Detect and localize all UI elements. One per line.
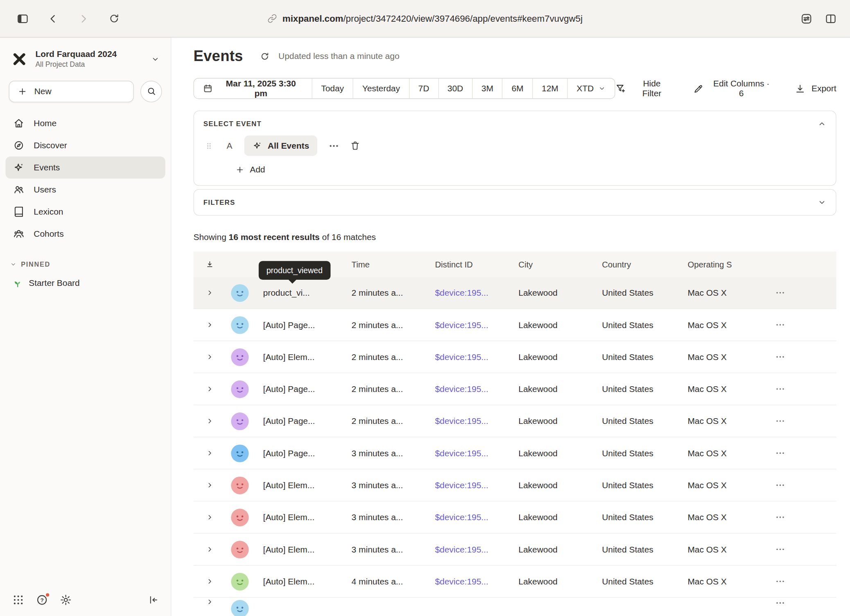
row-kebab-button[interactable] [775, 576, 786, 587]
edit-columns-button[interactable]: Edit Columns · 6 [693, 79, 773, 99]
avatar-cell [226, 380, 259, 398]
refresh-icon [260, 51, 269, 61]
city-column-header[interactable]: City [514, 260, 598, 269]
sparkle-icon [13, 162, 24, 173]
row-kebab-button[interactable] [775, 352, 786, 362]
distinct-id-link[interactable]: $device:195... [431, 512, 514, 522]
row-actions [763, 416, 836, 426]
browser-reload-button[interactable] [104, 9, 123, 28]
hide-filter-button[interactable]: Hide Filter [615, 79, 671, 99]
distinct-id-link[interactable]: $device:195... [431, 384, 514, 394]
row-kebab-button[interactable] [775, 319, 786, 330]
range-option[interactable]: XTD [568, 79, 615, 99]
row-kebab-button[interactable] [775, 544, 786, 555]
sidebar-item-home[interactable]: Home [6, 112, 165, 134]
browser-forward-button[interactable] [74, 9, 93, 28]
event-more-button[interactable] [328, 140, 339, 151]
expand-row-button[interactable] [194, 289, 226, 297]
address-bar[interactable]: mixpanel.com/project/3472420/view/397469… [267, 13, 583, 24]
delete-event-button[interactable] [350, 140, 361, 151]
time-column-header[interactable]: Time [347, 260, 431, 269]
expand-row-button[interactable] [194, 417, 226, 425]
sidebar-item-events[interactable]: Events [6, 156, 165, 179]
table-row[interactable]: [Auto] Elem... 3 minutes a... $device:19… [194, 501, 836, 533]
table-row[interactable]: [Auto] Page... 2 minutes a... $device:19… [194, 309, 836, 341]
refresh-button[interactable] [260, 51, 269, 61]
sidebar-item-starter-board[interactable]: Starter Board [6, 272, 165, 293]
collapse-all-rows-button[interactable] [194, 260, 226, 269]
expand-row-button[interactable] [194, 353, 226, 361]
expand-row-button[interactable] [194, 481, 226, 489]
link-icon [267, 14, 277, 23]
expand-filters-button[interactable] [818, 198, 827, 207]
expand-row-button[interactable] [194, 598, 226, 606]
drag-handle-icon[interactable] [205, 140, 214, 151]
table-row[interactable]: [Auto] Page... 2 minutes a... $device:19… [194, 405, 836, 437]
chevron-right-icon [206, 449, 214, 457]
range-option[interactable]: 7D [409, 79, 439, 99]
chevron-right-icon [206, 513, 214, 521]
expand-row-button[interactable] [194, 321, 226, 329]
distinct-id-link[interactable]: $device:195... [431, 448, 514, 458]
row-kebab-button[interactable] [775, 480, 786, 491]
range-option[interactable]: Yesterday [353, 79, 409, 99]
row-kebab-button[interactable] [775, 448, 786, 459]
sidebar-item-discover[interactable]: Discover [6, 134, 165, 156]
workspace-switcher[interactable]: Lord Farquaad 2024 All Project Data [6, 44, 165, 74]
country-column-header[interactable]: Country [597, 260, 683, 269]
help-button[interactable]: ? [36, 594, 48, 606]
table-row[interactable] [194, 598, 836, 616]
country-cell: United States [597, 544, 683, 554]
row-kebab-button[interactable] [775, 288, 786, 298]
expand-row-button[interactable] [194, 385, 226, 393]
os-column-header[interactable]: Operating S [683, 260, 763, 269]
apps-grid-button[interactable] [12, 594, 25, 606]
range-option[interactable]: 6M [503, 79, 533, 99]
collapse-panel-button[interactable] [818, 120, 827, 129]
search-button[interactable] [140, 81, 162, 102]
expand-row-button[interactable] [194, 545, 226, 553]
distinct-id-column-header[interactable]: Distinct ID [431, 260, 514, 269]
distinct-id-link[interactable]: $device:195... [431, 320, 514, 330]
export-button[interactable]: Export [795, 83, 836, 94]
row-kebab-button[interactable] [775, 416, 786, 426]
row-kebab-button[interactable] [775, 598, 786, 608]
table-row[interactable]: [Auto] Page... 3 minutes a... $device:19… [194, 437, 836, 469]
event-selector-button[interactable]: All Events [244, 136, 317, 156]
sidebar-item-users[interactable]: Users [6, 179, 165, 201]
table-row[interactable]: [Auto] Elem... 3 minutes a... $device:19… [194, 469, 836, 501]
row-kebab-button[interactable] [775, 512, 786, 523]
settings-button[interactable] [60, 594, 72, 606]
table-row[interactable]: [Auto] Elem... 2 minutes a... $device:19… [194, 341, 836, 373]
distinct-id-link[interactable]: $device:195... [431, 352, 514, 362]
range-option[interactable]: 3M [472, 79, 503, 99]
expand-row-button[interactable] [194, 513, 226, 521]
distinct-id-link[interactable]: $device:195... [431, 544, 514, 554]
sidebar-item-cohorts[interactable]: Cohorts [6, 223, 165, 245]
range-option[interactable]: Today [312, 79, 353, 99]
distinct-id-link[interactable]: $device:195... [431, 576, 514, 586]
sidebar-item-lexicon[interactable]: Lexicon [6, 201, 165, 223]
browser-sidebar-toggle-button[interactable] [13, 9, 32, 28]
table-row[interactable]: [Auto] Elem... 3 minutes a... $device:19… [194, 534, 836, 566]
expand-row-button[interactable] [194, 449, 226, 457]
page-settings-button[interactable] [800, 12, 813, 25]
distinct-id-link[interactable]: $device:195... [431, 288, 514, 298]
ellipsis-icon [775, 576, 786, 587]
add-event-button[interactable]: Add [235, 165, 265, 174]
distinct-id-link[interactable]: $device:195... [431, 416, 514, 426]
collapse-sidebar-button[interactable] [147, 594, 158, 605]
distinct-id-link[interactable]: $device:195... [431, 480, 514, 490]
new-button[interactable]: New [9, 81, 134, 102]
pinned-section-toggle[interactable]: PINNED [10, 260, 161, 268]
expand-row-button[interactable] [194, 577, 226, 585]
browser-back-button[interactable] [44, 9, 63, 28]
table-row[interactable]: [Auto] Page... 2 minutes a... $device:19… [194, 373, 836, 405]
date-picker-button[interactable]: Mar 11, 2025 3:30 pm [194, 79, 312, 99]
row-kebab-button[interactable] [775, 384, 786, 394]
table-row[interactable]: [Auto] Elem... 4 minutes a... $device:19… [194, 566, 836, 598]
range-option[interactable]: 12M [533, 79, 567, 99]
time-cell: 2 minutes a... [347, 320, 431, 330]
split-view-button[interactable] [825, 12, 837, 25]
range-option[interactable]: 30D [439, 79, 472, 99]
